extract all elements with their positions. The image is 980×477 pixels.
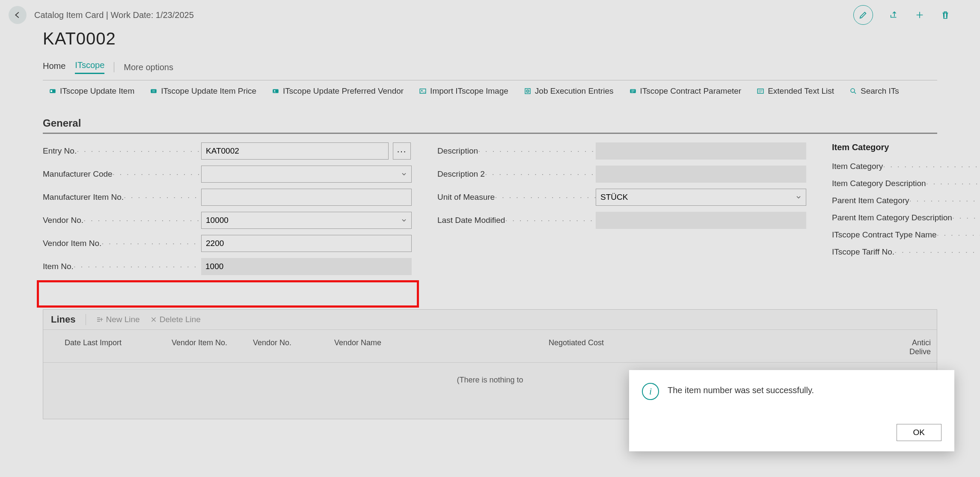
action-job-entries[interactable]: Job Execution Entries [524,86,614,96]
unit-of-measure-select[interactable] [596,189,806,206]
svg-rect-2 [151,89,157,93]
svg-point-1 [50,90,53,92]
svg-point-9 [527,91,528,92]
action-label: Import ITscope Image [430,86,508,96]
description2-value [596,166,806,183]
back-button[interactable] [9,6,27,24]
col-vendor-item-no[interactable]: Vendor Item No. [172,338,253,356]
info-dialog: i The item number was set successfully. … [629,370,954,451]
label-item-no: Item No. [43,262,201,271]
divider [86,314,86,325]
action-label: Search ITs [861,86,899,96]
action-update-item[interactable]: ITscope Update Item [49,86,134,96]
side-item-category[interactable]: Item Category [832,162,980,171]
delete-line-button[interactable]: Delete Line [150,315,201,324]
info-icon: i [642,383,659,400]
tab-more-options[interactable]: More options [124,62,173,72]
action-label: New Line [106,315,140,324]
side-item-category-desc[interactable]: Item Category Description [832,179,980,188]
svg-rect-3 [273,89,279,93]
item-category-heading: Item Category [832,142,980,152]
svg-rect-5 [420,89,426,94]
action-label: Delete Line [160,315,201,324]
delete-icon[interactable] [941,10,950,20]
svg-point-12 [851,89,855,92]
col-anticipated-delivery[interactable]: Antici Delive [897,338,931,356]
label-description: Description [437,146,596,156]
side-tariff-no[interactable]: ITscope Tariff No. [832,247,980,257]
label-manufacturer-item-no: Manufacturer Item No. [43,193,201,202]
description-value [596,142,806,160]
col-vendor-no[interactable]: Vendor No. [253,338,334,356]
label-manufacturer-code: Manufacturer Code [43,169,201,179]
ok-button[interactable]: OK [897,424,941,441]
section-general-title: General [43,117,937,134]
breadcrumb: Catalog Item Card | Work Date: 1/23/2025 [34,10,853,20]
entry-no-lookup-button[interactable]: ··· [393,142,411,160]
action-contract-parameter[interactable]: ITscope Contract Parameter [629,86,742,96]
new-line-button[interactable]: New Line [96,315,140,324]
tab-home[interactable]: Home [43,61,65,74]
side-contract-type[interactable]: ITscope Contract Type Name [832,230,980,240]
svg-point-4 [274,90,275,92]
action-extended-text[interactable]: Extended Text List [757,86,834,96]
action-label: Extended Text List [768,86,834,96]
lines-title: Lines [51,314,75,325]
highlight-annotation [37,280,419,308]
col-negotiated-cost[interactable]: Negotiated Cost [518,338,604,356]
label-vendor-no: Vendor No. [43,216,201,225]
label-vendor-item-no: Vendor Item No. [43,239,201,248]
action-update-price[interactable]: ITscope Update Item Price [150,86,256,96]
page-title: KAT0002 [43,29,980,48]
new-icon[interactable] [915,10,924,20]
action-search-itscope[interactable]: Search ITs [849,86,899,96]
divider [114,62,114,72]
vendor-no-select[interactable] [201,212,412,229]
tab-itscope[interactable]: ITscope [75,60,104,74]
col-date-last-import[interactable]: Date Last Import [65,338,172,356]
edit-button[interactable] [853,5,873,25]
manufacturer-code-select[interactable] [201,166,412,183]
action-label: Job Execution Entries [535,86,614,96]
side-parent-category[interactable]: Parent Item Category [832,196,980,205]
item-no-value: 1000 [201,258,412,275]
side-parent-category-desc[interactable]: Parent Item Category Description [832,213,980,222]
share-icon[interactable] [889,10,899,20]
manufacturer-item-no-input[interactable] [201,189,412,206]
label-description2: Description 2 [437,169,596,179]
last-date-modified-value [596,212,806,229]
action-label: ITscope Update Item Price [161,86,256,96]
action-label: ITscope Update Preferred Vendor [283,86,404,96]
entry-no-input[interactable] [201,142,389,160]
label-entry-no: Entry No. [43,146,201,156]
label-unit-of-measure: Unit of Measure [437,193,596,202]
vendor-item-no-input[interactable] [201,235,412,252]
action-label: ITscope Update Item [60,86,134,96]
action-label: ITscope Contract Parameter [640,86,742,96]
action-update-preferred-vendor[interactable]: ITscope Update Preferred Vendor [272,86,404,96]
action-import-image[interactable]: Import ITscope Image [419,86,508,96]
label-last-date-modified: Last Date Modified [437,216,596,225]
col-vendor-name[interactable]: Vendor Name [334,338,518,356]
dialog-message: The item number was set successfully. [668,383,814,395]
